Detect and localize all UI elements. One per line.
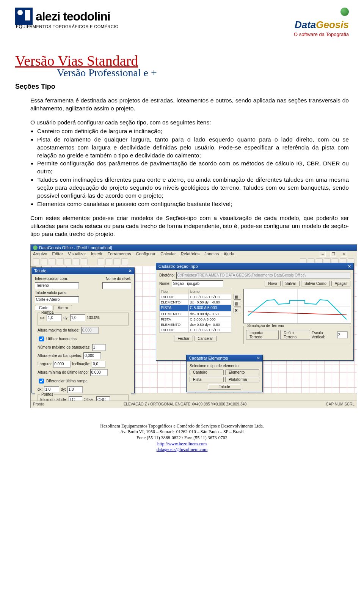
menu-inserir[interactable]: Inserir: [91, 251, 103, 256]
close-icon[interactable]: ✕: [348, 264, 351, 269]
toolbar-btn[interactable]: [73, 258, 80, 265]
secao-title: Cadastro Seção-Tipo: [158, 264, 198, 269]
row-action-icon[interactable]: ▦: [234, 294, 241, 300]
input-dy[interactable]: 1,0: [70, 314, 85, 321]
toolbar-btn[interactable]: [121, 258, 128, 265]
footer-line1: Hezolinem Equipamentos Topográficos e Co…: [15, 423, 349, 429]
input-larg[interactable]: 0,000: [53, 361, 71, 368]
input-numbanq[interactable]: 1: [92, 344, 106, 351]
bullet-5: Elementos como canaletas e passeio com c…: [37, 200, 349, 208]
menu-ajuda[interactable]: Ajuda: [224, 251, 234, 256]
conclusion-paragraph: Com estes elementos pode-se criar modelo…: [30, 214, 349, 238]
restore-icon[interactable]: ❐: [330, 251, 336, 257]
globe-icon: [340, 8, 349, 16]
toolbar-btn[interactable]: [33, 258, 40, 265]
menu-calcular[interactable]: Calcular: [160, 251, 176, 256]
fechar-button[interactable]: Fechar: [174, 336, 193, 341]
brand-right: DataGeosis O software da Topografia: [294, 8, 349, 37]
footer-email[interactable]: datageosis@hezolinem.com: [157, 447, 208, 452]
input-dx[interactable]: 1,0: [47, 314, 62, 321]
input-nome-nivel[interactable]: [102, 282, 131, 289]
talude-button[interactable]: Talude: [208, 384, 241, 390]
cancel-button[interactable]: Cancelar: [195, 336, 217, 341]
label-nome-nivel: Nome do nível:: [106, 277, 131, 281]
close-icon[interactable]: ✕: [257, 356, 260, 361]
toolbar-btn[interactable]: [105, 258, 112, 265]
canteiro-button[interactable]: Canteiro: [190, 369, 224, 375]
menu-configurar[interactable]: Configurar: [136, 251, 155, 256]
label-valido: Talude válido para:: [35, 291, 67, 295]
menu-visualizar[interactable]: Visualizar: [68, 251, 86, 256]
checkbox-banquetas[interactable]: [39, 336, 44, 341]
row-action-icon[interactable]: ✖: [234, 308, 241, 313]
menu-relatorios[interactable]: Relatórios: [181, 251, 200, 256]
title-sub: Versão Professional e +: [57, 67, 349, 79]
footer-link[interactable]: http://www.hezolinem.com: [157, 441, 207, 446]
label-nome: Nome:: [159, 281, 170, 286]
menu-janelas[interactable]: Janelas: [204, 251, 219, 256]
close-icon[interactable]: ×: [341, 251, 347, 257]
minimize-icon[interactable]: –: [320, 251, 326, 257]
input-nome[interactable]: Seção Tipo.gab: [172, 280, 223, 287]
toolbar-btn[interactable]: [41, 258, 48, 265]
elementos-title: Cadastrar Elementos: [189, 356, 228, 360]
select-valido[interactable]: Corte e Aterro: [35, 296, 79, 303]
secao-table[interactable]: TipoNome TALUDEC 1.0/1.0 A 1.5/1.0 ELEME…: [159, 289, 231, 333]
tab-aterro[interactable]: Aterro: [53, 305, 72, 310]
menu-arquivo[interactable]: AArquivorquivo: [33, 251, 47, 256]
pista-button[interactable]: Pista: [190, 377, 224, 382]
table-row-selected[interactable]: PISTAC 5.000 A 5.000: [160, 305, 231, 311]
page-footer: Hezolinem Equipamentos Topográficos e Co…: [15, 423, 349, 453]
label-dy: dy:: [63, 316, 68, 320]
input-escala[interactable]: 2: [337, 332, 348, 338]
section-title: Seções Tipo: [15, 83, 349, 91]
label-altmax: Altura máxima do talude:: [38, 328, 80, 332]
toolbar-btn[interactable]: [113, 258, 120, 265]
menubar[interactable]: AArquivorquivo Editar Visualizar Inserir…: [31, 251, 357, 257]
table-row[interactable]: PISTAC 5.000 A 5.000: [160, 316, 231, 322]
group-pontos: Pontos: [40, 392, 54, 396]
intro-paragraph: Essa ferramenta é destinada aos projetos…: [30, 97, 349, 113]
salvar-como-button[interactable]: Salvar Como: [301, 281, 330, 286]
label-incl: Inclinação:: [72, 362, 90, 366]
input-incl[interactable]: 0,0: [92, 361, 105, 368]
novo-button[interactable]: Novo: [265, 281, 280, 286]
toolbar-btn[interactable]: [97, 258, 104, 265]
importar-terreno-button[interactable]: Importar Terreno: [246, 330, 279, 340]
table-row[interactable]: ELEMENTOdx= 0.00 dy= 0.50: [160, 311, 231, 316]
input-altmin[interactable]: 0,000: [90, 369, 108, 376]
table-row[interactable]: TALUDEC 1.0/1.0 A 1.5/1.0: [160, 294, 231, 299]
app-titlebar: DataGeosis Office - [Perfil Longitudinal…: [31, 245, 357, 251]
toolbar-btn[interactable]: [49, 258, 56, 265]
checkbox-dif-rampa[interactable]: [39, 379, 44, 384]
brand-icon: [15, 8, 33, 25]
status-right: CAP NUM SCRL: [326, 402, 355, 406]
elemento-button[interactable]: Elemento: [225, 369, 259, 375]
label-inter: Interseccionar com:: [35, 277, 68, 281]
menu-editar[interactable]: Editar: [52, 251, 63, 256]
label-dy2: dy:: [61, 387, 66, 391]
row-action-icon[interactable]: ▤: [234, 301, 241, 306]
menu-ferramentas[interactable]: Ferramentas: [107, 251, 131, 256]
input-dy2[interactable]: 1,0: [67, 386, 83, 393]
toolbar-btn[interactable]: [81, 258, 88, 265]
definir-terreno-button[interactable]: Definir Terreno: [280, 330, 310, 340]
salvar-button[interactable]: Salvar: [282, 281, 300, 286]
apagar-button[interactable]: Apagar: [331, 281, 350, 286]
close-icon[interactable]: ✕: [129, 269, 132, 273]
input-altentre[interactable]: 0,000: [83, 352, 101, 359]
toolbar-btn[interactable]: [65, 258, 72, 265]
table-row[interactable]: TALUDEC 1.0/1.0 A 1.5/1.0: [160, 327, 231, 332]
table-row[interactable]: ELEMENTOdx= 0.50 dy= -0.80: [160, 299, 231, 305]
table-row[interactable]: ELEMENTOdx= 0.50 dy= -0.80: [160, 322, 231, 327]
select-inter[interactable]: Terreno: [35, 282, 79, 289]
elementos-lead: Selecione o tipo de elemento: [190, 364, 259, 368]
mdi-window-controls[interactable]: – ❐ ×: [320, 251, 351, 257]
group-simulacao: Simulação de Terreno: [246, 324, 285, 328]
tab-corte[interactable]: Corte: [35, 305, 52, 310]
plataforma-button[interactable]: Plataforma: [225, 377, 259, 382]
toolbar-btn[interactable]: [57, 258, 64, 265]
th-nome: Nome: [188, 289, 231, 294]
label-numbanq: Número máximo de banquetas:: [38, 345, 91, 349]
label-dx2: dx:: [38, 387, 42, 391]
